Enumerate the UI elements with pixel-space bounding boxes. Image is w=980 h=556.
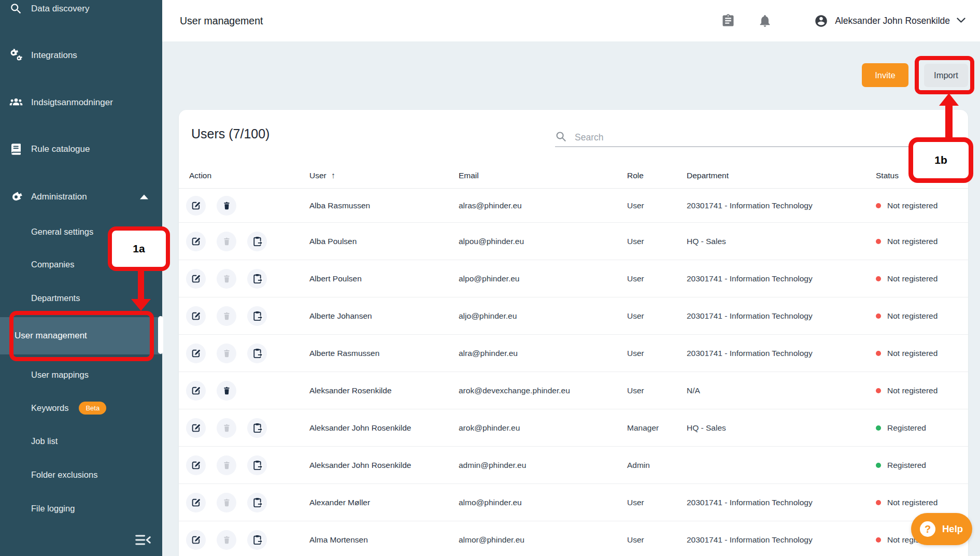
- edit-icon[interactable]: [186, 344, 206, 363]
- status-dot: [876, 239, 881, 244]
- topbar: User management Aleksander John Rosenkil…: [162, 0, 980, 41]
- clipboard-export-icon[interactable]: [247, 418, 267, 438]
- search-input[interactable]: [574, 132, 956, 144]
- table-row: Aleksander John Rosenkilde arok@phinder.…: [179, 409, 968, 447]
- column-header-email[interactable]: Email: [459, 171, 627, 180]
- delete-icon[interactable]: [217, 418, 236, 438]
- table-row: Alberte Rasmussen alra@phinder.eu User 2…: [179, 335, 968, 372]
- role-cell: User: [627, 535, 687, 545]
- status-dot: [876, 351, 881, 356]
- sidebar-collapse-button[interactable]: [131, 530, 155, 552]
- sidebar-item-label: Indsigtsanmodninger: [31, 97, 113, 108]
- gear-icon: [9, 190, 23, 204]
- delete-icon[interactable]: [217, 196, 236, 216]
- email-cell: alpou@phinder.eu: [459, 237, 627, 246]
- status-text: Not registered: [887, 349, 938, 358]
- email-cell: arok@devexchange.phinder.eu: [459, 386, 627, 395]
- table-row: Alba Rasmussen alras@phinder.eu User 203…: [179, 189, 968, 223]
- clipboard-export-icon[interactable]: [247, 232, 267, 251]
- user-name-cell: Alba Rasmussen: [309, 201, 459, 210]
- sidebar-item-label: Folder exclusions: [31, 470, 97, 480]
- user-name-cell: Aleksander John Rosenkilde: [309, 423, 459, 433]
- status-dot: [876, 463, 881, 468]
- sidebar-item-data-discovery[interactable]: Data discovery: [0, 0, 162, 19]
- edit-icon[interactable]: [186, 530, 206, 550]
- menu-collapse-icon: [135, 533, 151, 549]
- email-cell: almor@phinder.eu: [459, 535, 627, 545]
- department-cell: 20301741 - Information Technology: [687, 311, 876, 321]
- sidebar-item-indsigtsanmodninger[interactable]: Indsigtsanmodninger: [0, 92, 162, 113]
- user-name-cell: Alma Mortensen: [309, 535, 459, 545]
- search-icon: [9, 2, 23, 16]
- column-header-action[interactable]: Action: [189, 171, 309, 180]
- user-menu[interactable]: Aleksander John Rosenkilde: [814, 0, 965, 41]
- sidebar-item-label: User mappings: [31, 370, 89, 380]
- user-name-cell: Alberte Johansen: [309, 311, 459, 321]
- sidebar-item-label: Rule catalogue: [31, 144, 90, 154]
- table-row: Alberte Johansen aljo@phinder.eu User 20…: [179, 297, 968, 335]
- table-row: Alba Poulsen alpou@phinder.eu User HQ - …: [179, 223, 968, 260]
- sort-arrow-up-icon: ↑: [331, 171, 335, 180]
- clipboard-export-icon[interactable]: [247, 530, 267, 550]
- annotation-label-1a: 1a: [108, 226, 170, 271]
- sidebar-item-label: General settings: [31, 227, 93, 237]
- user-name-cell: Aleksander John Rosenkilde: [309, 461, 459, 470]
- sidebar-item-label: Integrations: [31, 50, 77, 61]
- search-box: [555, 129, 956, 147]
- delete-icon[interactable]: [217, 232, 236, 251]
- user-name-cell: Alexander Møller: [309, 498, 459, 507]
- sidebar-item-job-list[interactable]: Job list: [0, 432, 162, 450]
- status-text: Not registered: [887, 386, 938, 395]
- sidebar-item-administration[interactable]: Administration: [0, 187, 162, 207]
- delete-icon[interactable]: [217, 381, 236, 401]
- sidebar-item-folder-exclusions[interactable]: Folder exclusions: [0, 465, 162, 484]
- app-screen: Data discovery Integrations Indsigtsanmo…: [0, 0, 980, 556]
- bell-icon[interactable]: [758, 13, 772, 28]
- email-cell: arok@phinder.eu: [459, 423, 627, 433]
- delete-icon[interactable]: [217, 306, 236, 326]
- edit-icon[interactable]: [186, 493, 206, 512]
- invite-button[interactable]: Invite: [862, 63, 908, 87]
- annotation-label-1b: 1b: [908, 137, 973, 183]
- column-header-role[interactable]: Role: [627, 171, 687, 180]
- clipboard-export-icon[interactable]: [247, 306, 267, 326]
- sidebar-scrollbar-thumb[interactable]: [158, 316, 163, 354]
- sidebar-item-label: Departments: [31, 293, 80, 303]
- help-button[interactable]: ? Help: [911, 513, 972, 545]
- delete-icon[interactable]: [217, 493, 236, 512]
- edit-icon[interactable]: [186, 232, 206, 251]
- column-header-user[interactable]: User↑: [309, 171, 459, 180]
- status-dot: [876, 313, 881, 319]
- clipboard-export-icon[interactable]: [247, 455, 267, 475]
- sidebar-item-label: Keywords: [31, 403, 68, 413]
- status-dot: [876, 500, 881, 505]
- delete-icon[interactable]: [217, 344, 236, 363]
- clipboard-export-icon[interactable]: [247, 493, 267, 512]
- edit-icon[interactable]: [186, 196, 206, 216]
- beta-badge: Beta: [79, 402, 106, 415]
- sidebar-item-rule-catalogue[interactable]: Rule catalogue: [0, 139, 162, 160]
- help-label: Help: [942, 523, 963, 535]
- clipboard-export-icon[interactable]: [247, 344, 267, 363]
- sidebar-item-integrations[interactable]: Integrations: [0, 45, 162, 66]
- delete-icon[interactable]: [217, 269, 236, 289]
- delete-icon[interactable]: [217, 455, 236, 475]
- department-cell: 20301741 - Information Technology: [687, 274, 876, 283]
- edit-icon[interactable]: [186, 455, 206, 475]
- edit-icon[interactable]: [186, 381, 206, 401]
- role-cell: Admin: [627, 461, 687, 470]
- edit-icon[interactable]: [186, 418, 206, 438]
- sidebar-item-label: Job list: [31, 436, 58, 446]
- edit-icon[interactable]: [186, 306, 206, 326]
- sidebar-item-file-logging[interactable]: File logging: [0, 499, 162, 518]
- sidebar-item-user-mappings[interactable]: User mappings: [0, 365, 162, 384]
- annotation-arrowhead-1a: [131, 299, 151, 311]
- column-header-department[interactable]: Department: [687, 171, 876, 180]
- edit-icon[interactable]: [186, 269, 206, 289]
- sidebar-item-keywords[interactable]: Keywords Beta: [0, 398, 162, 417]
- table-row: Aleksander Rosenkilde arok@devexchange.p…: [179, 372, 968, 409]
- table-row: Albert Poulsen alpo@phinder.eu User 2030…: [179, 260, 968, 297]
- tasks-clipboard-icon[interactable]: [721, 13, 735, 28]
- clipboard-export-icon[interactable]: [247, 269, 267, 289]
- delete-icon[interactable]: [217, 530, 236, 550]
